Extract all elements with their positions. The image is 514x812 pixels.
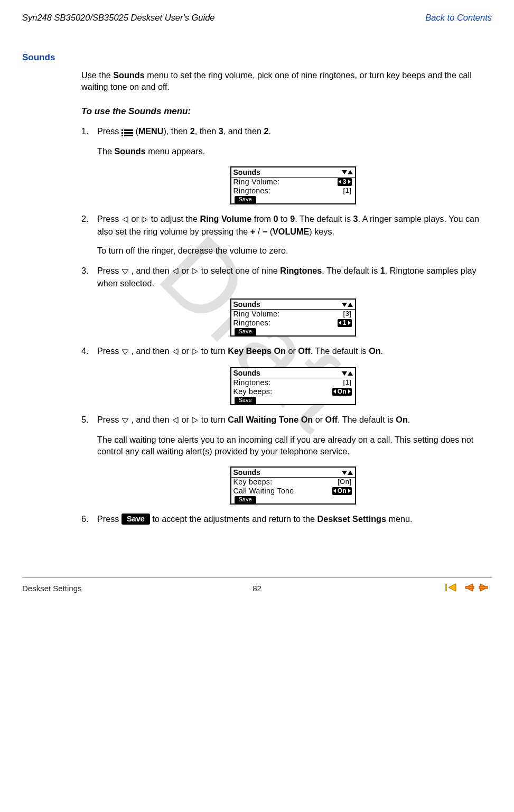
svg-rect-25	[445, 584, 447, 591]
svg-rect-0	[122, 129, 123, 131]
svg-marker-8	[123, 217, 128, 222]
svg-marker-20	[122, 418, 128, 423]
nav-next-icon[interactable]	[478, 582, 492, 594]
step-5: Press , and then or to turn Call Waiting…	[81, 414, 489, 505]
left-arrow-icon	[122, 214, 129, 226]
footer-section: Deskset Settings	[22, 584, 82, 593]
step-6: Press Save to accept the adjustments and…	[81, 513, 489, 525]
svg-rect-30	[479, 586, 488, 589]
lcd-screenshot-3: Sounds Ringtones: [1] Key beeps:	[230, 367, 356, 405]
right-arrow-icon	[191, 346, 199, 358]
step-3: Press , and then or to select one of nin…	[81, 265, 489, 337]
step-1: Press (MENU), then 2, then 3, and then 2…	[81, 125, 489, 204]
lcd-screenshot-4: Sounds Key beeps: [On] Call Waiting Ton	[230, 466, 356, 505]
svg-marker-14	[348, 303, 353, 307]
down-arrow-icon	[122, 346, 129, 358]
back-to-contents-link[interactable]: Back to Contents	[425, 13, 492, 23]
svg-marker-15	[122, 350, 128, 354]
svg-marker-26	[448, 584, 456, 591]
nav-prev-icon[interactable]	[461, 582, 475, 594]
intro-paragraph: Use the Sounds menu to set the ring volu…	[81, 69, 489, 92]
svg-marker-23	[342, 471, 347, 475]
svg-marker-18	[342, 371, 347, 376]
svg-marker-24	[348, 471, 353, 475]
doc-title: Syn248 SB35020/SB35025 Deskset User's Gu…	[22, 13, 215, 23]
right-arrow-icon	[141, 214, 148, 226]
svg-marker-11	[173, 268, 178, 274]
section-title: Sounds	[22, 52, 492, 63]
down-arrow-icon	[122, 415, 129, 426]
svg-marker-7	[348, 170, 353, 174]
svg-marker-10	[122, 269, 128, 274]
svg-marker-16	[173, 349, 178, 354]
menu-icon	[122, 126, 133, 138]
svg-marker-13	[342, 303, 347, 307]
svg-rect-28	[465, 586, 474, 589]
step-4: Press , and then or to turn Key Beeps On…	[81, 345, 489, 405]
lcd-screenshot-2: Sounds Ring Volume: [3] Ringtones:	[230, 298, 356, 337]
svg-marker-6	[342, 170, 347, 174]
procedure-title: To use the Sounds menu:	[81, 106, 489, 117]
left-arrow-icon	[172, 346, 179, 358]
svg-rect-4	[122, 135, 123, 136]
svg-marker-19	[348, 371, 353, 376]
save-softkey: Save	[122, 514, 150, 525]
svg-rect-5	[124, 135, 133, 136]
down-arrow-icon	[122, 266, 129, 277]
svg-rect-1	[124, 129, 133, 131]
left-arrow-icon	[172, 266, 179, 277]
right-arrow-icon	[191, 266, 199, 277]
svg-marker-12	[192, 268, 198, 274]
right-arrow-icon	[191, 415, 199, 426]
step-2: Press or to adjust the Ring Volume from …	[81, 213, 489, 256]
svg-marker-21	[173, 417, 178, 423]
lcd-screenshot-1: Sounds Ring Volume: 3 Ringtones:	[230, 166, 356, 204]
svg-marker-22	[192, 417, 198, 423]
svg-rect-2	[122, 132, 123, 134]
svg-marker-9	[142, 217, 147, 222]
svg-marker-17	[192, 349, 198, 354]
left-arrow-icon	[172, 415, 179, 426]
svg-rect-3	[124, 132, 133, 134]
page-number: 82	[253, 584, 261, 593]
nav-first-icon[interactable]	[444, 582, 458, 594]
